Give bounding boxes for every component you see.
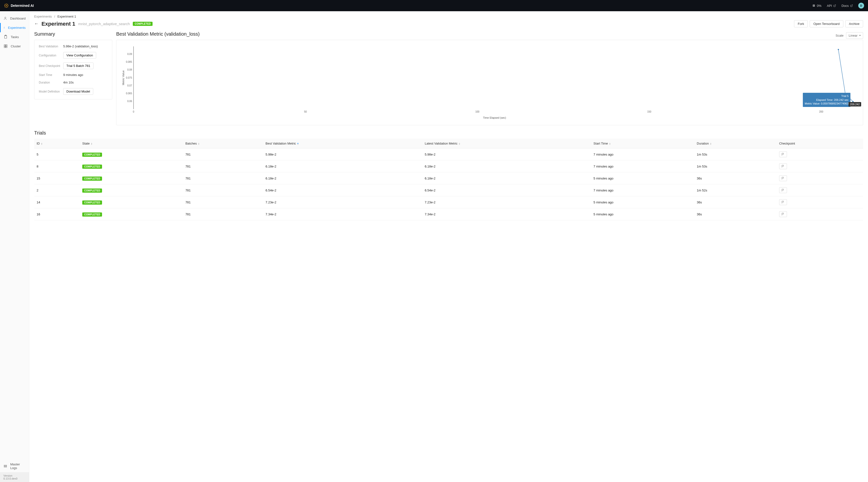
col-start-time[interactable]: Start Time▲▼ <box>591 139 694 148</box>
summary-label: Model Definition <box>39 90 63 93</box>
cell-best-val: 7.23e-2 <box>263 196 422 208</box>
cell-id: 14 <box>34 196 80 208</box>
view-configuration-button[interactable]: View Configuration <box>63 52 96 59</box>
open-tensorboard-button[interactable]: Open Tensorboard <box>810 20 843 27</box>
svg-rect-17 <box>6 47 7 48</box>
svg-text:50: 50 <box>304 110 307 113</box>
svg-rect-18 <box>4 465 7 466</box>
api-link[interactable]: API <box>827 4 836 7</box>
breadcrumb-parent[interactable]: Experiments <box>34 14 52 18</box>
sidebar-item-cluster[interactable]: Cluster <box>0 41 29 51</box>
sidebar: Dashboard Experiments Tasks Cluster Mast… <box>0 11 29 482</box>
cell-latest-val: 6.18e-2 <box>422 160 591 172</box>
table-row[interactable]: 14 COMPLETED 781 7.23e-2 7.23e-2 5 minut… <box>34 196 863 208</box>
avatar[interactable]: D <box>858 3 864 8</box>
sidebar-item-master-logs[interactable]: Master Logs <box>0 460 29 472</box>
scale-select[interactable]: Linear <box>846 32 863 39</box>
svg-text:150: 150 <box>647 110 651 113</box>
svg-text:Time Elapsed (sec): Time Elapsed (sec) <box>483 116 506 119</box>
cell-duration: 36s <box>694 196 777 208</box>
table-row[interactable]: 8 COMPLETED 781 6.18e-2 6.18e-2 7 minute… <box>34 160 863 172</box>
cell-checkpoint <box>777 196 863 208</box>
table-row[interactable]: 16 COMPLETED 781 7.34e-2 7.34e-2 5 minut… <box>34 208 863 220</box>
start-time-value: 9 minutes ago <box>63 73 83 77</box>
main-content: Experiments / Experiment 1 ← Experiment … <box>29 11 868 482</box>
svg-text:0.08: 0.08 <box>127 68 132 71</box>
flag-icon <box>781 201 785 204</box>
col-state[interactable]: State▲▼ <box>80 139 183 148</box>
svg-point-1 <box>6 4 7 4</box>
brand-icon <box>4 3 9 8</box>
cell-batches: 781 <box>183 160 263 172</box>
cell-batches: 781 <box>183 148 263 160</box>
cell-id: 15 <box>34 172 80 184</box>
table-row[interactable]: 15 COMPLETED 781 6.18e-2 6.18e-2 5 minut… <box>34 172 863 184</box>
user-icon <box>3 16 7 21</box>
cell-state: COMPLETED <box>80 172 183 184</box>
sidebar-item-tasks[interactable]: Tasks <box>0 32 29 41</box>
svg-text:100: 100 <box>475 110 479 113</box>
brand-logo[interactable]: Determined AI <box>4 3 34 8</box>
sidebar-item-label: Cluster <box>11 44 21 48</box>
checkpoint-button[interactable] <box>779 151 787 157</box>
flag-icon <box>781 164 785 168</box>
checkpoint-button[interactable] <box>779 175 787 181</box>
flag-icon <box>781 177 785 180</box>
back-arrow-icon[interactable]: ← <box>34 21 38 26</box>
sidebar-item-dashboard[interactable]: Dashboard <box>0 14 29 23</box>
best-checkpoint-button[interactable]: Trial 5 Batch 781 <box>63 62 93 69</box>
summary-label: Start Time <box>39 73 63 77</box>
archive-button[interactable]: Archive <box>845 20 863 27</box>
usage-indicator[interactable]: 0% <box>812 4 822 7</box>
fork-button[interactable]: Fork <box>794 20 808 27</box>
page-subtitle: mnist_pytorch_adaptive_search <box>78 22 130 26</box>
col-duration[interactable]: Duration▲▼ <box>694 139 777 148</box>
col-latest-val[interactable]: Latest Validation Metric▲▼ <box>422 139 591 148</box>
svg-rect-15 <box>6 45 7 46</box>
cell-state: COMPLETED <box>80 184 183 196</box>
cell-checkpoint <box>777 184 863 196</box>
cell-latest-val: 7.34e-2 <box>422 208 591 220</box>
best-validation-value: 5.98e-2 (validation_loss) <box>63 44 98 48</box>
cell-state: COMPLETED <box>80 148 183 160</box>
checkpoint-button[interactable] <box>779 163 787 169</box>
table-row[interactable]: 2 COMPLETED 781 6.54e-2 6.54e-2 7 minute… <box>34 184 863 196</box>
trials-table: ID▲▼ State▲▼ Batches▲▼ Best Validation M… <box>34 139 863 220</box>
sidebar-item-label: Experiments <box>8 26 26 30</box>
summary-label: Duration <box>39 81 63 84</box>
cell-best-val: 7.34e-2 <box>263 208 422 220</box>
breadcrumb-current: Experiment 1 <box>57 14 76 18</box>
summary-box: Best Validation 5.98e-2 (validation_loss… <box>34 40 112 99</box>
cell-checkpoint <box>777 148 863 160</box>
topbar: Determined AI 0% API Docs D <box>0 0 868 11</box>
sidebar-item-experiments[interactable]: Experiments <box>0 23 29 32</box>
svg-point-11 <box>5 17 6 18</box>
svg-rect-16 <box>4 47 5 48</box>
table-row[interactable]: 5 COMPLETED 781 5.98e-2 5.98e-2 7 minute… <box>34 148 863 160</box>
checkpoint-button[interactable] <box>779 199 787 205</box>
cell-start-time: 5 minutes ago <box>591 172 694 184</box>
chart-area[interactable]: 0.060.0650.070.0750.080.0850.09050100150… <box>116 40 863 125</box>
svg-text:0.06: 0.06 <box>127 100 132 102</box>
checkpoint-button[interactable] <box>779 211 787 217</box>
svg-point-2 <box>7 4 8 5</box>
cell-batches: 781 <box>183 196 263 208</box>
col-batches[interactable]: Batches▲▼ <box>183 139 263 148</box>
summary-title: Summary <box>34 31 112 37</box>
chart-title: Best Validation Metric (validation_loss) <box>116 31 200 37</box>
checkpoint-button[interactable] <box>779 187 787 193</box>
external-link-icon <box>833 4 836 7</box>
col-best-val[interactable]: Best Validation Metric▲▼ <box>263 139 422 148</box>
cell-best-val: 6.18e-2 <box>263 172 422 184</box>
download-model-button[interactable]: Download Model <box>63 88 93 95</box>
cell-batches: 781 <box>183 172 263 184</box>
col-id[interactable]: ID▲▼ <box>34 139 80 148</box>
clipboard-icon <box>3 35 8 39</box>
cell-batches: 781 <box>183 184 263 196</box>
cell-start-time: 7 minutes ago <box>591 148 694 160</box>
trials-title: Trials <box>34 130 863 136</box>
docs-link[interactable]: Docs <box>841 4 853 7</box>
cell-duration: 36s <box>694 172 777 184</box>
summary-label: Best Validation <box>39 45 63 48</box>
svg-point-8 <box>7 6 8 7</box>
